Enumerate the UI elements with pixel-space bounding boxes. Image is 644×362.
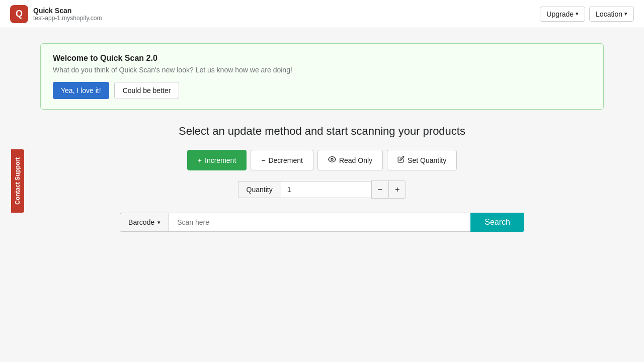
header-left: Q Quick Scan test-app-1.myshopify.com — [10, 5, 102, 23]
app-info: Quick Scan test-app-1.myshopify.com — [33, 7, 102, 22]
eye-icon — [328, 155, 336, 165]
banner-actions: Yea, I love it! Could be better — [53, 82, 591, 99]
header-right: Upgrade Location — [540, 7, 634, 22]
contact-support-tab[interactable]: Contact Support — [11, 149, 24, 213]
quantity-row: Quantity − + — [40, 180, 604, 199]
app-domain: test-app-1.myshopify.com — [33, 15, 102, 22]
decrement-icon: − — [261, 156, 265, 164]
app-name: Quick Scan — [33, 7, 102, 15]
read-only-label: Read Only — [339, 156, 372, 164]
scan-input[interactable] — [169, 213, 470, 232]
banner-subtitle: What do you think of Quick Scan's new lo… — [53, 66, 591, 74]
banner-title: Welcome to Quick Scan 2.0 — [53, 54, 591, 63]
app-logo: Q — [10, 5, 28, 23]
method-set-quantity[interactable]: Set Quantity — [387, 150, 457, 170]
quantity-label: Quantity — [238, 181, 281, 198]
decrement-label: Decrement — [268, 156, 302, 164]
main-content: Welcome to Quick Scan 2.0 What do you th… — [20, 28, 624, 247]
welcome-banner: Welcome to Quick Scan 2.0 What do you th… — [40, 43, 604, 110]
search-button[interactable]: Search — [470, 213, 524, 232]
edit-icon — [397, 156, 405, 164]
method-increment[interactable]: + Increment — [187, 150, 247, 170]
method-decrement[interactable]: − Decrement — [251, 150, 313, 170]
quantity-increment-button[interactable]: + — [388, 180, 406, 199]
quantity-input[interactable] — [281, 181, 371, 198]
scan-type-button[interactable]: Barcode — [120, 213, 169, 232]
method-buttons: + Increment − Decrement Read Only Set Qu… — [40, 150, 604, 170]
method-read-only[interactable]: Read Only — [317, 150, 383, 170]
upgrade-button[interactable]: Upgrade — [540, 7, 585, 22]
svg-point-0 — [331, 158, 333, 160]
no-button[interactable]: Could be better — [114, 82, 180, 99]
yes-button[interactable]: Yea, I love it! — [53, 82, 109, 99]
section-title: Select an update method and start scanni… — [40, 125, 604, 138]
quantity-decrement-button[interactable]: − — [371, 180, 388, 199]
scan-row: Barcode Search — [40, 213, 604, 232]
increment-label: Increment — [205, 156, 236, 164]
set-quantity-label: Set Quantity — [408, 156, 446, 164]
location-button[interactable]: Location — [589, 7, 634, 22]
increment-icon: + — [198, 156, 202, 164]
header: Q Quick Scan test-app-1.myshopify.com Up… — [0, 0, 644, 28]
